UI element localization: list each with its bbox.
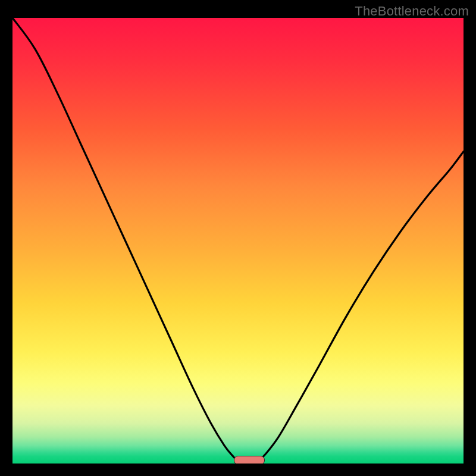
watermark-label: TheBottleneck.com	[355, 4, 469, 19]
optimal-marker	[234, 456, 265, 464]
chart-canvas: TheBottleneck.com	[0, 0, 476, 476]
bottleneck-curve	[12, 18, 464, 464]
plot-area	[12, 18, 464, 464]
